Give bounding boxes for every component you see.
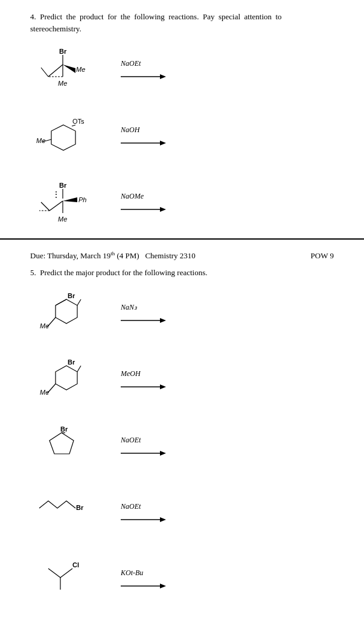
reagent-q5-1-label: NaN₃ <box>121 303 137 312</box>
question-4-text: 4. Predict the product for the following… <box>30 11 334 34</box>
reagent-q5-3-label: NaOEt <box>121 436 141 445</box>
reactions-q5: Br Me NaN₃ <box>30 291 334 618</box>
svg-text:OTs: OTs <box>72 118 85 125</box>
reaction-q4-1: Br Me Me <box>36 46 334 95</box>
svg-line-33 <box>77 299 81 305</box>
svg-line-53 <box>48 569 60 578</box>
svg-text:Me: Me <box>58 80 67 87</box>
svg-marker-39 <box>56 366 77 390</box>
svg-marker-10 <box>160 74 166 79</box>
svg-line-2 <box>48 65 63 77</box>
svg-text:Br: Br <box>59 182 67 189</box>
svg-marker-31 <box>56 299 77 323</box>
svg-text:Br: Br <box>68 292 75 299</box>
svg-marker-37 <box>160 318 166 323</box>
arrow-q5-5: KOt-Bu <box>121 569 166 592</box>
svg-line-40 <box>77 366 81 372</box>
molecule-q4-1: Br Me Me <box>36 46 109 95</box>
molecule-q5-3: Br <box>36 424 109 472</box>
reagent-q4-2-label: NaOH <box>121 126 139 135</box>
reagent-q5-2-label: MeOH <box>121 369 141 378</box>
molecule-q5-2: Br Me <box>36 357 109 406</box>
svg-marker-3 <box>63 65 75 73</box>
arrow-q5-2: MeOH <box>121 369 166 393</box>
svg-text:Ph: Ph <box>78 196 86 203</box>
svg-marker-58 <box>160 584 166 588</box>
svg-text:Br: Br <box>68 358 75 366</box>
page-top-section: 4. Predict the product for the following… <box>0 0 364 240</box>
reagent-q5-5-label: KOt-Bu <box>121 569 143 578</box>
svg-text:Br: Br <box>59 48 67 55</box>
reaction-q5-4: Br NaOEt <box>36 490 334 538</box>
svg-marker-44 <box>160 384 166 389</box>
reaction-q5-5: Cl KOt-Bu <box>36 556 334 605</box>
svg-text:Cl: Cl <box>72 561 79 569</box>
svg-line-55 <box>60 569 72 578</box>
molecule-q5-1: Br Me <box>36 291 109 339</box>
arrow-q4-3: NaOMe <box>121 192 166 215</box>
svg-text:⋮: ⋮ <box>52 190 62 199</box>
svg-line-23 <box>49 201 63 211</box>
svg-text:Me: Me <box>36 137 45 144</box>
reaction-q4-3: Br ⋮ Ph Me <box>36 179 334 228</box>
page-bottom-section: Due: Thursday, March 19th (4 PM) Chemist… <box>0 240 364 618</box>
svg-marker-12 <box>51 125 75 150</box>
molecule-q5-5: Cl <box>36 556 109 605</box>
arrow-q5-3: NaOEt <box>121 436 166 459</box>
reagent-q4-3-label: NaOMe <box>121 192 144 201</box>
svg-marker-49 <box>160 451 166 456</box>
reaction-q4-2: OTs Me NaOH <box>36 113 334 161</box>
reagent-q5-4-label: NaOEt <box>121 502 141 511</box>
reagent-q4-1-label: NaOEt <box>121 59 141 68</box>
arrow-q4-1: NaOEt <box>121 59 166 83</box>
arrow-q5-1: NaN₃ <box>121 303 166 327</box>
svg-text:Br: Br <box>60 425 68 433</box>
svg-marker-29 <box>160 207 166 212</box>
svg-marker-17 <box>160 141 166 145</box>
svg-marker-52 <box>160 517 166 522</box>
due-date-text: Due: Thursday, March 19th (4 PM) Chemist… <box>30 250 196 261</box>
svg-text:Me: Me <box>76 66 85 73</box>
due-header: Due: Thursday, March 19th (4 PM) Chemist… <box>30 250 334 261</box>
arrow-q5-4: NaOEt <box>121 502 166 526</box>
svg-line-8 <box>41 68 48 77</box>
svg-line-14 <box>72 125 75 126</box>
reactions-q4: Br Me Me <box>30 46 334 228</box>
svg-marker-46 <box>49 433 74 454</box>
molecule-q4-2: OTs Me <box>36 113 109 161</box>
reaction-q5-3: Br NaOEt <box>36 424 334 472</box>
svg-text:Me: Me <box>58 215 67 223</box>
svg-text:Br: Br <box>76 504 84 511</box>
svg-line-32 <box>56 299 66 305</box>
svg-line-26 <box>41 202 49 211</box>
arrow-q4-2: NaOH <box>121 126 166 149</box>
molecule-q4-3: Br ⋮ Ph Me <box>36 179 109 228</box>
svg-marker-21 <box>63 197 77 202</box>
reaction-q5-2: Br Me MeOH <box>36 357 334 406</box>
question-5-text: 5. Predict the major product for the fol… <box>30 267 334 279</box>
reaction-q5-1: Br Me NaN₃ <box>36 291 334 339</box>
pow-label: POW 9 <box>311 251 334 261</box>
molecule-q5-4: Br <box>36 490 109 538</box>
